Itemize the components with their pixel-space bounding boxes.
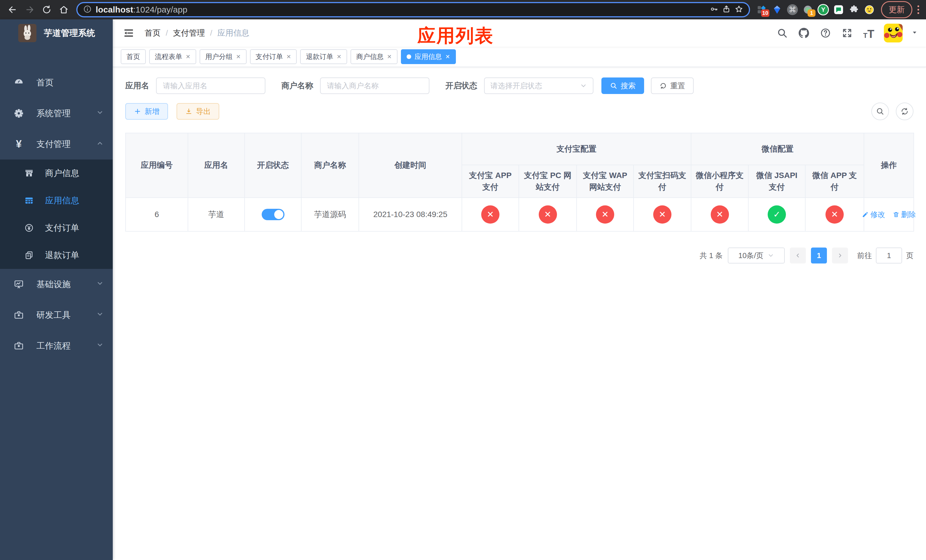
- tab-app-info[interactable]: 应用信息 ✕: [401, 49, 456, 64]
- sidebar-item-system[interactable]: 系统管理: [0, 98, 113, 129]
- browser-update-button[interactable]: 更新: [881, 1, 912, 18]
- breadcrumb-home[interactable]: 首页: [145, 28, 160, 38]
- merchant-name-input[interactable]: [320, 77, 430, 94]
- close-icon[interactable]: ✕: [236, 53, 241, 60]
- avatar-caret-icon[interactable]: [911, 29, 918, 37]
- tab-label: 退款订单: [306, 52, 333, 61]
- app-name-input[interactable]: [156, 77, 265, 94]
- page-unit-label: 页: [906, 251, 914, 260]
- col-header-status: 开启状态: [245, 133, 301, 198]
- export-button[interactable]: 导出: [177, 103, 219, 120]
- trash-icon: [893, 211, 900, 218]
- extension-proxy-icon[interactable]: 1: [801, 3, 814, 16]
- extension-badge: 10: [761, 9, 769, 17]
- close-icon[interactable]: ✕: [186, 53, 191, 60]
- sidebar-item-dev-tools[interactable]: 研发工具: [0, 300, 113, 330]
- breadcrumb-payment[interactable]: 支付管理: [173, 28, 205, 38]
- sidebar-item-workflow[interactable]: 工作流程: [0, 330, 113, 361]
- extensions-puzzle-icon[interactable]: [847, 3, 861, 16]
- reset-button[interactable]: 重置: [651, 77, 694, 94]
- edit-link[interactable]: 修改: [862, 210, 885, 219]
- table-toolbar: 新增 导出: [125, 103, 914, 120]
- extension-command-icon[interactable]: ⌘: [786, 3, 799, 16]
- tab-process-form[interactable]: 流程表单 ✕: [149, 49, 196, 64]
- toggle-search-button[interactable]: [872, 103, 889, 120]
- command-glyph: ⌘: [787, 4, 798, 15]
- breadcrumb-separator: /: [210, 29, 212, 38]
- breadcrumb: 首页 / 支付管理 / 应用信息: [145, 28, 250, 38]
- password-key-icon[interactable]: [710, 5, 718, 15]
- edit-pen-icon: [862, 211, 869, 218]
- sidebar-item-payment[interactable]: ¥ 支付管理: [0, 129, 113, 159]
- close-icon[interactable]: ✕: [445, 53, 450, 60]
- extension-y-icon[interactable]: Y: [817, 3, 830, 16]
- goto-page-input[interactable]: [876, 248, 902, 263]
- col-header-app-id: 应用编号: [126, 133, 188, 198]
- forward-icon: [25, 5, 35, 15]
- logo-row[interactable]: 芋道管理系统: [0, 20, 113, 67]
- home-button[interactable]: [56, 2, 71, 17]
- reload-button[interactable]: [39, 2, 54, 17]
- back-button[interactable]: [5, 2, 20, 17]
- bookmark-star-icon[interactable]: [735, 5, 743, 15]
- goto-label: 前往: [857, 251, 872, 260]
- user-avatar[interactable]: [884, 24, 903, 42]
- col-header-merchant: 商户名称: [301, 133, 359, 198]
- grid-table-icon: [23, 196, 35, 205]
- sidebar-item-infrastructure[interactable]: 基础设施: [0, 269, 113, 300]
- add-button[interactable]: 新增: [125, 103, 168, 120]
- extension-chat-icon[interactable]: [832, 3, 845, 16]
- delete-link[interactable]: 删除: [893, 210, 916, 219]
- breadcrumb-current: 应用信息: [218, 28, 250, 38]
- alipay-qr-status-icon: ✕: [653, 205, 672, 224]
- plus-icon: [134, 107, 141, 115]
- header-search-icon[interactable]: [776, 26, 789, 39]
- page-number-active[interactable]: 1: [811, 248, 827, 263]
- tab-pay-orders[interactable]: 支付订单 ✕: [250, 49, 297, 64]
- tab-refund-orders[interactable]: 退款订单 ✕: [300, 49, 347, 64]
- sidebar-item-pay-orders[interactable]: 支付订单: [0, 214, 113, 242]
- enable-toggle[interactable]: [262, 209, 284, 220]
- cell-app-name: 芋道: [188, 198, 245, 231]
- sidebar-item-app-info[interactable]: 应用信息: [0, 187, 113, 214]
- chevron-right-icon: [837, 252, 843, 259]
- tab-user-group[interactable]: 用户分组 ✕: [200, 49, 247, 64]
- font-size-icon[interactable]: TT: [862, 26, 875, 39]
- active-tab-dot: [407, 54, 411, 59]
- github-icon[interactable]: [797, 26, 810, 39]
- forward-button[interactable]: [22, 2, 37, 17]
- total-count: 共 1 条: [700, 251, 723, 260]
- extension-badge: 1: [808, 9, 816, 17]
- tab-home[interactable]: 首页: [121, 49, 146, 64]
- sidebar-item-home[interactable]: 首页: [0, 67, 113, 98]
- sidebar-collapse-button[interactable]: [121, 25, 137, 41]
- next-page-button[interactable]: [832, 248, 848, 263]
- address-bar[interactable]: localhost:1024/pay/app: [76, 2, 750, 17]
- search-button[interactable]: 搜索: [601, 77, 644, 94]
- page-size-select[interactable]: 10条/页: [728, 248, 785, 263]
- status-label: 开启状态: [445, 80, 477, 91]
- sidebar-item-merchant-info[interactable]: 商户信息: [0, 159, 113, 187]
- refresh-icon: [660, 82, 667, 89]
- extension-kite-icon[interactable]: [770, 3, 784, 16]
- refresh-table-button[interactable]: [896, 103, 914, 120]
- prev-page-button[interactable]: [790, 248, 806, 263]
- sidebar-item-refund-orders[interactable]: 退款订单: [0, 242, 113, 269]
- browser-menu-icon[interactable]: [917, 5, 919, 14]
- fullscreen-icon[interactable]: [841, 26, 854, 39]
- status-select[interactable]: 请选择开启状态: [484, 77, 593, 94]
- close-icon[interactable]: ✕: [337, 53, 341, 60]
- chevron-down-icon: [96, 341, 104, 351]
- col-header-alipay-pc: 支付宝 PC 网站支付: [519, 165, 576, 198]
- share-icon[interactable]: [722, 5, 731, 15]
- tab-merchant-info[interactable]: 商户信息 ✕: [351, 49, 398, 64]
- extension-workflow-icon[interactable]: 10: [755, 3, 768, 16]
- back-icon: [8, 5, 17, 15]
- close-icon[interactable]: ✕: [286, 53, 291, 60]
- profile-emoji-icon[interactable]: [863, 3, 876, 16]
- chevron-down-icon: [96, 279, 104, 289]
- close-icon[interactable]: ✕: [387, 53, 392, 60]
- chevron-down-icon: [767, 252, 774, 259]
- help-icon[interactable]: [819, 26, 832, 39]
- site-info-icon[interactable]: [83, 5, 92, 15]
